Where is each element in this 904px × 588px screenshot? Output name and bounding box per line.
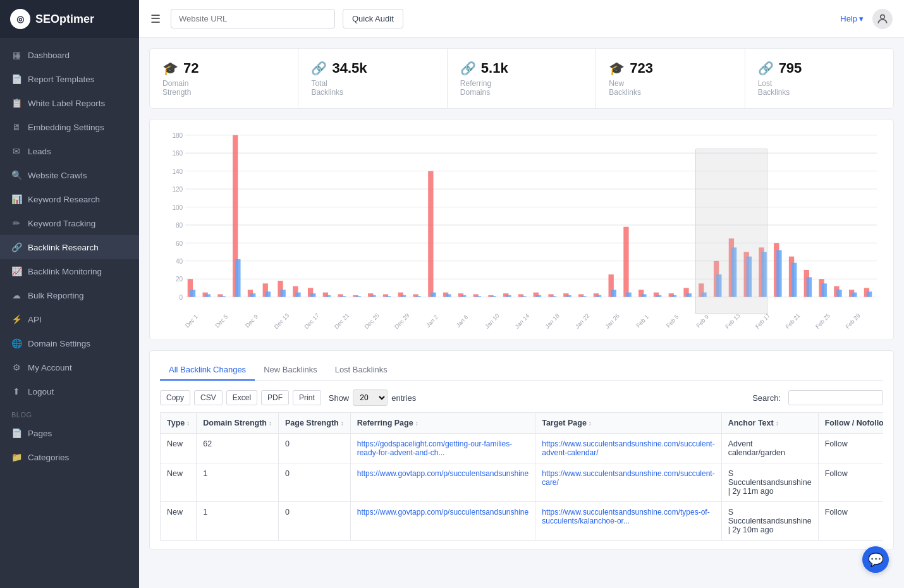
- copy-button[interactable]: Copy: [160, 390, 190, 405]
- target-page-link-0[interactable]: https://www.succulentsandsunshine.com/su…: [542, 439, 714, 457]
- lost-backlinks-value: 795: [779, 60, 802, 77]
- sidebar-item-backlink-research[interactable]: 🔗Backlink Research: [0, 235, 139, 259]
- sidebar-item-api[interactable]: ⚡API: [0, 307, 139, 331]
- keyword-research-icon: 📊: [11, 194, 21, 204]
- svg-rect-22: [190, 290, 195, 297]
- svg-rect-24: [205, 294, 211, 297]
- svg-text:Feb 9: Feb 9: [695, 314, 710, 329]
- col-header-anchor-text[interactable]: Anchor Text↕: [721, 413, 818, 434]
- white-label-reports-icon: 📋: [11, 98, 21, 108]
- col-header-follow-nofollow[interactable]: Follow / Nofollow↕: [818, 413, 883, 434]
- lost-backlinks-label: LostBacklinks: [758, 79, 881, 97]
- sidebar: ◎ SEOptimer ▦Dashboard📄Report Templates📋…: [0, 0, 139, 588]
- help-button[interactable]: Help ▾: [840, 14, 864, 23]
- new-backlinks-label: NewBacklinks: [609, 79, 731, 97]
- svg-rect-98: [761, 252, 766, 297]
- sidebar-item-logout[interactable]: ⬆Logout: [0, 379, 139, 403]
- svg-rect-56: [446, 294, 451, 297]
- target-page-link-1[interactable]: https://www.succulentsandsunshine.com/su…: [542, 469, 714, 487]
- col-header-referring-page[interactable]: Referring Page↕: [350, 413, 535, 434]
- header: ☰ Quick Audit Help ▾: [139, 0, 904, 38]
- sidebar-item-categories[interactable]: 📁Categories: [0, 445, 139, 469]
- svg-rect-28: [235, 259, 240, 297]
- cell-0-type: New: [161, 434, 197, 463]
- svg-rect-52: [416, 296, 421, 297]
- svg-text:160: 160: [172, 150, 183, 157]
- col-header-page-strength[interactable]: Page Strength↕: [278, 413, 350, 434]
- tab-new-backlinks[interactable]: New Backlinks: [255, 360, 326, 381]
- svg-rect-54: [431, 293, 436, 297]
- referring-page-link-0[interactable]: https://godspacelight.com/getting-our-fa…: [357, 439, 512, 457]
- svg-rect-46: [370, 295, 376, 297]
- svg-text:Jan 26: Jan 26: [604, 312, 621, 330]
- svg-text:Feb 25: Feb 25: [814, 312, 831, 330]
- cell-0-target-page: https://www.succulentsandsunshine.com/su…: [535, 434, 721, 463]
- sidebar-item-embedding-settings[interactable]: 🖥Embedding Settings: [0, 115, 139, 139]
- logout-icon: ⬆: [11, 386, 21, 396]
- sidebar-label-my-account: My Account: [28, 363, 72, 372]
- col-header-target-page[interactable]: Target Page↕: [535, 413, 721, 434]
- svg-text:Jan 22: Jan 22: [574, 312, 590, 330]
- svg-rect-76: [596, 295, 601, 297]
- csv-button[interactable]: CSV: [194, 390, 223, 405]
- url-input[interactable]: [171, 9, 335, 28]
- svg-point-0: [881, 15, 885, 19]
- search-input[interactable]: [788, 390, 883, 405]
- svg-rect-80: [626, 293, 631, 297]
- sidebar-item-domain-settings[interactable]: 🌐Domain Settings: [0, 331, 139, 355]
- excel-button[interactable]: Excel: [226, 390, 257, 405]
- sidebar-item-leads[interactable]: ✉Leads: [0, 139, 139, 163]
- tab-all-backlink-changes[interactable]: All Backlink Changes: [160, 360, 255, 381]
- sidebar-item-backlink-monitoring[interactable]: 📈Backlink Monitoring: [0, 259, 139, 283]
- svg-text:Jan 14: Jan 14: [514, 312, 530, 330]
- svg-text:100: 100: [172, 204, 183, 211]
- svg-rect-82: [641, 294, 646, 297]
- domain-strength-icon: 🎓: [162, 61, 178, 76]
- sidebar-item-white-label-reports[interactable]: 📋White Label Reports: [0, 91, 139, 115]
- hamburger-icon[interactable]: ☰: [150, 12, 161, 26]
- chat-bubble[interactable]: 💬: [862, 546, 889, 573]
- referring-page-link-2[interactable]: https://www.govtapp.com/p/succulentsands…: [357, 508, 529, 517]
- sidebar-item-pages[interactable]: 📄Pages: [0, 421, 139, 445]
- table-section: All Backlink ChangesNew BacklinksLost Ba…: [149, 350, 894, 550]
- sidebar-item-my-account[interactable]: ⚙My Account: [0, 355, 139, 379]
- total-backlinks-label: TotalBacklinks: [311, 79, 434, 97]
- svg-rect-110: [852, 293, 857, 297]
- sidebar-item-report-templates[interactable]: 📄Report Templates: [0, 67, 139, 91]
- sidebar-item-website-crawls[interactable]: 🔍Website Crawls: [0, 163, 139, 187]
- user-avatar[interactable]: [872, 9, 893, 29]
- sidebar-item-dashboard[interactable]: ▦Dashboard: [0, 43, 139, 67]
- pdf-button[interactable]: PDF: [261, 390, 289, 405]
- cell-2-target-page: https://www.succulentsandsunshine.com/ty…: [535, 502, 721, 541]
- svg-text:Dec 9: Dec 9: [244, 314, 259, 329]
- col-header-domain-strength[interactable]: Domain Strength↕: [197, 413, 279, 434]
- stat-card-referring-domains: 🔗 5.1k ReferringDomains: [448, 49, 596, 108]
- svg-text:Jan 10: Jan 10: [484, 312, 501, 330]
- sidebar-label-api: API: [28, 315, 42, 324]
- referring-domains-label: ReferringDomains: [460, 79, 583, 97]
- svg-rect-48: [386, 296, 391, 297]
- my-account-icon: ⚙: [11, 362, 21, 372]
- stat-card-domain-strength: 🎓 72 DomainStrength: [150, 49, 298, 108]
- svg-rect-36: [295, 293, 300, 297]
- cell-1-target-page: https://www.succulentsandsunshine.com/su…: [535, 463, 721, 502]
- new-backlinks-value: 723: [630, 60, 653, 77]
- svg-text:20: 20: [176, 276, 183, 283]
- svg-text:Jan 18: Jan 18: [544, 312, 561, 330]
- referring-page-link-1[interactable]: https://www.govtapp.com/p/succulentsands…: [357, 469, 529, 478]
- sidebar-label-backlink-monitoring: Backlink Monitoring: [28, 267, 102, 276]
- sidebar-item-keyword-tracking[interactable]: ✏Keyword Tracking: [0, 211, 139, 235]
- sort-icon: ↕: [776, 420, 779, 427]
- tab-lost-backlinks[interactable]: Lost Backlinks: [326, 360, 396, 381]
- print-button[interactable]: Print: [293, 390, 321, 405]
- main-area: ☰ Quick Audit Help ▾ 🎓 72 DomainStrength…: [139, 0, 904, 588]
- sidebar-item-keyword-research[interactable]: 📊Keyword Research: [0, 187, 139, 211]
- search-label: Search:: [752, 393, 781, 403]
- chart-container: 020406080100120140160180Dec 1Dec 5Dec 9D…: [149, 119, 894, 340]
- sidebar-item-bulk-reporting[interactable]: ☁Bulk Reporting: [0, 283, 139, 307]
- table-row: New10https://www.govtapp.com/p/succulent…: [161, 463, 884, 502]
- col-header-type[interactable]: Type↕: [161, 413, 197, 434]
- entries-select[interactable]: 2050100: [353, 389, 388, 406]
- target-page-link-2[interactable]: https://www.succulentsandsunshine.com/ty…: [542, 508, 709, 525]
- quick-audit-button[interactable]: Quick Audit: [343, 9, 403, 28]
